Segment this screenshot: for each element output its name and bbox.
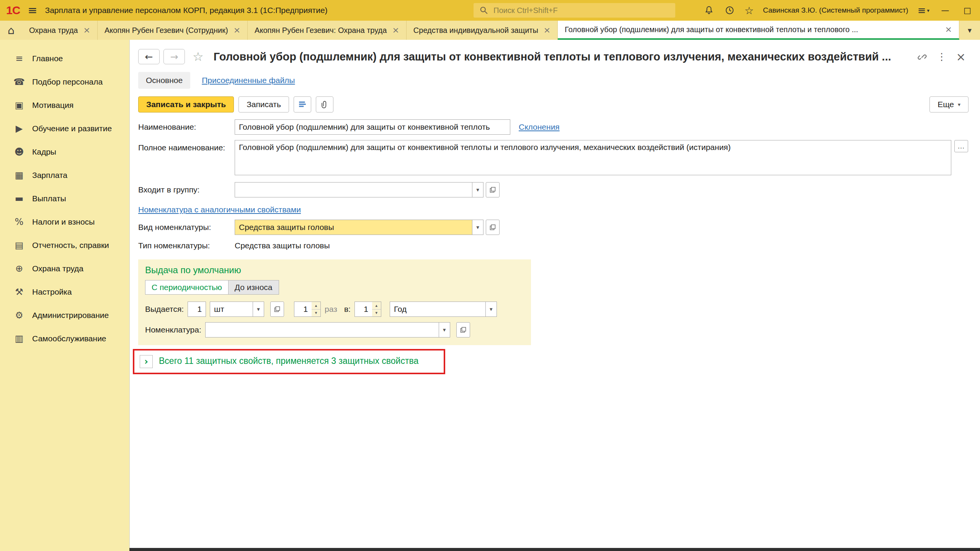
favorites-star-icon[interactable]: ☆ [745, 5, 754, 16]
full-name-label: Полное наименование: [138, 143, 235, 152]
full-name-select-button[interactable]: ... [954, 140, 968, 152]
window-minimize-button[interactable]: — [939, 6, 952, 15]
forward-button[interactable]: → [163, 49, 185, 64]
unit-dropdown-button[interactable]: ▾ [253, 302, 264, 317]
sidebar-item-ohrana-truda[interactable]: ⊕Охрана труда [0, 257, 129, 280]
tab-employee-ohrana-truda[interactable]: Акопян Рубен Гезевич: Охрана труда × [248, 21, 407, 40]
tab-close-icon[interactable]: × [392, 26, 399, 34]
full-name-textarea[interactable]: Головной убор (подшлемник) для защиты от… [235, 140, 951, 175]
interval-stepper: ▴▾ [354, 302, 381, 317]
tab-headgear-item[interactable]: Головной убор (подшлемник) для защиты от… [558, 21, 959, 40]
notifications-bell-icon[interactable] [703, 5, 715, 16]
nomenclature-dropdown-button[interactable]: ▾ [439, 322, 450, 337]
reports-document-button[interactable] [294, 96, 311, 112]
service-menu-icon[interactable]: ≡▾ [918, 5, 929, 16]
attachments-button[interactable] [316, 96, 333, 112]
period-dropdown-button[interactable]: ▾ [485, 302, 497, 317]
group-combo: ▾ [235, 182, 483, 197]
window-maximize-button[interactable]: □ [961, 6, 974, 15]
full-name-row: Полное наименование: Головной убор (подш… [138, 140, 969, 175]
group-label: Входит в группу: [138, 185, 235, 194]
expand-group-button[interactable]: › [140, 355, 153, 368]
group-open-button[interactable] [486, 182, 500, 197]
tab-close-icon[interactable]: × [945, 25, 952, 34]
tab-siz-list[interactable]: Средства индивидуальной защиты × [407, 21, 558, 40]
sidebar-item-nalogi[interactable]: %Налоги и взносы [0, 210, 129, 233]
unit-open-button[interactable] [270, 302, 284, 317]
kind-open-button[interactable] [486, 220, 500, 235]
spin-down-icon[interactable]: ▾ [372, 310, 381, 317]
spin-down-icon[interactable]: ▾ [312, 310, 320, 317]
sidebar-item-samoobsluzhivanie[interactable]: ▥Самообслуживание [0, 327, 129, 350]
unit-input[interactable] [210, 302, 253, 317]
more-button[interactable]: Еще▾ [929, 96, 969, 112]
nomenclature-input[interactable] [205, 322, 439, 337]
close-form-icon[interactable]: × [953, 49, 969, 64]
type-row: Тип номенклатуры: Средства защиты головы [138, 241, 969, 250]
taxes-icon: % [13, 217, 25, 227]
tab-ohrana-truda[interactable]: Охрана труда × [22, 21, 98, 40]
home-icon[interactable]: ⌂ [0, 21, 22, 40]
sidebar-item-administrirovanie[interactable]: ⚙Администрирование [0, 303, 129, 327]
declensions-link[interactable]: Склонения [519, 122, 560, 132]
tab-attached-files-link[interactable]: Присоединенные файлы [202, 76, 295, 85]
interval-input[interactable] [354, 302, 372, 317]
back-button[interactable]: ← [138, 49, 160, 64]
save-and-close-button[interactable]: Записать и закрыть [138, 96, 234, 112]
chevron-down-icon: ▾ [958, 101, 960, 108]
recruiting-icon: ☎ [13, 77, 25, 87]
issued-label: Выдается: [145, 305, 184, 314]
page-title: Головной убор (подшлемник) для защиты от… [214, 51, 911, 63]
sidebar-item-kadry[interactable]: ☻Кадры [0, 140, 129, 163]
sidebar-item-nastrojka[interactable]: ⚒Настройка [0, 280, 129, 303]
history-clock-icon[interactable] [724, 5, 735, 16]
add-to-favorites-star-icon[interactable]: ☆ [193, 51, 204, 63]
tab-close-icon[interactable]: × [544, 26, 550, 34]
similar-properties-row: Номенклатура с аналогичными свойствами [138, 205, 969, 214]
tab-list-dropdown-icon[interactable]: ▾ [959, 21, 980, 40]
labor-safety-icon: ⊕ [13, 263, 25, 274]
main-section-icon: ≡ [13, 53, 25, 64]
times-input[interactable] [294, 302, 312, 317]
quantity-input[interactable] [188, 302, 206, 317]
type-value: Средства защиты головы [235, 241, 330, 250]
nomenclature-combo: ▾ [205, 322, 450, 337]
sidebar-item-zarplata[interactable]: ▦Зарплата [0, 163, 129, 187]
copy-link-icon[interactable] [915, 49, 930, 64]
mode-periodic-toggle[interactable]: С периодичностью [145, 280, 229, 295]
tab-employee-card[interactable]: Акопян Рубен Гезевич (Сотрудник) × [98, 21, 248, 40]
period-input[interactable] [390, 302, 485, 317]
group-dropdown-button[interactable]: ▾ [472, 182, 483, 197]
kind-dropdown-button[interactable]: ▾ [472, 220, 483, 235]
nomenclature-open-button[interactable] [456, 322, 470, 337]
titlebar: 1С ≡ Зарплата и управление персоналом КО… [0, 0, 980, 21]
mode-until-worn-toggle[interactable]: До износа [229, 280, 279, 295]
more-actions-icon[interactable]: ⋮ [934, 49, 949, 64]
type-label: Тип номенклатуры: [138, 241, 235, 250]
tab-osnovnoe[interactable]: Основное [138, 72, 190, 89]
issue-mode-toggle: С периодичностью До износа [145, 280, 524, 295]
similar-properties-link[interactable]: Номенклатура с аналогичными свойствами [138, 205, 301, 214]
spin-up-icon[interactable]: ▴ [312, 302, 320, 310]
sidebar-item-glavnoe[interactable]: ≡Главное [0, 47, 129, 70]
protective-properties-summary-link[interactable]: Всего 11 защитных свойств, применяется 3… [159, 355, 418, 367]
group-input[interactable] [235, 182, 472, 197]
open-windows-tabbar: ⌂ Охрана труда × Акопян Рубен Гезевич (С… [0, 21, 980, 40]
sidebar-item-vyplaty[interactable]: ▬Выплаты [0, 187, 129, 210]
main-menu-icon[interactable]: ≡ [28, 5, 37, 16]
gear-icon: ⚙ [13, 310, 25, 321]
kind-input[interactable] [235, 220, 472, 235]
sidebar-item-otchetnost[interactable]: ▤Отчетность, справки [0, 233, 129, 257]
tab-close-icon[interactable]: × [83, 26, 90, 34]
sidebar-item-podbor-personala[interactable]: ☎Подбор персонала [0, 70, 129, 93]
save-button[interactable]: Записать [238, 96, 289, 112]
protective-properties-highlight: › Всего 11 защитных свойств, применяется… [133, 349, 445, 374]
sidebar-item-obuchenie[interactable]: ▶Обучение и развитие [0, 117, 129, 140]
name-input[interactable] [235, 119, 510, 135]
sidebar-item-motivaciya[interactable]: ▣Мотивация [0, 93, 129, 117]
spin-up-icon[interactable]: ▴ [372, 302, 381, 310]
current-user[interactable]: Савинская З.Ю. (Системный программист) [763, 6, 908, 15]
form-header: ← → ☆ Головной убор (подшлемник) для защ… [138, 49, 969, 64]
tab-close-icon[interactable]: × [234, 26, 240, 34]
global-search-input[interactable]: Поиск Ctrl+Shift+F [474, 3, 675, 18]
